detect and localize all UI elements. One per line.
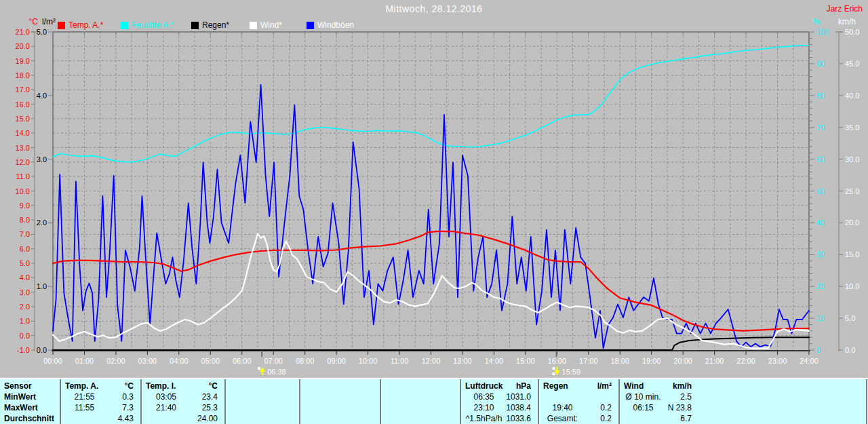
table-cell-value: N 23.8 [624, 402, 692, 413]
temp-tick-label: 15.0 [16, 115, 30, 123]
table-column-divider [538, 379, 539, 424]
table-row-label: MaxWert [4, 402, 38, 413]
temp-tick-label: 12.0 [16, 158, 30, 166]
temp-tick-label: 9.0 [20, 201, 30, 210]
table-section-unit: km/h [624, 381, 692, 391]
marker-time-label: 06:38 [267, 368, 286, 376]
series-feuchte-a--line [53, 45, 809, 162]
temp-tick-label: 6.0 [20, 245, 30, 253]
table-cell-value: 6.7 [624, 413, 692, 424]
temp-tick-label: 7.0 [20, 230, 30, 238]
x-tick-label: 10:00 [359, 357, 378, 365]
temp-tick-label: 14.0 [16, 129, 30, 137]
temp-tick-label: 3.0 [20, 288, 30, 296]
x-tick-label: 09:00 [327, 357, 346, 365]
table-cell-value: 0.2 [543, 402, 612, 413]
x-tick-label: 08:00 [296, 357, 315, 365]
humidity-tick-label: 0 [816, 346, 821, 354]
arrow-head-down [555, 370, 560, 375]
wind-tick-label: 5.0 [845, 314, 855, 322]
temp-tick-label: 13.0 [16, 144, 30, 152]
temp-tick-label: 19.0 [16, 57, 30, 65]
humidity-tick-label: 80 [816, 92, 825, 100]
table-cell-value: 25.3 [146, 402, 218, 413]
x-tick-label: 00:00 [43, 357, 62, 365]
rain-tick-label: 1.0 [37, 282, 47, 290]
marker-dot [552, 372, 555, 375]
marker-dot [258, 367, 260, 370]
temp-tick-label: 2.0 [20, 303, 30, 311]
wind-tick-label: 15.0 [845, 250, 859, 258]
table-row-label: Sensor [4, 381, 32, 391]
x-tick-label: 06:00 [233, 357, 252, 365]
x-axis-labels: 00:0001:0002:0003:0004:0005:0006:0007:00… [43, 357, 818, 365]
table-column-divider [60, 379, 61, 424]
table-cell-value: 0.3 [65, 391, 134, 402]
wind-tick-label: 20.0 [845, 218, 859, 227]
temp-tick-label: 21.0 [16, 28, 30, 36]
marker-dot [552, 367, 555, 370]
x-tick-label: 02:00 [106, 357, 125, 365]
temp-tick-label: 10.0 [16, 187, 30, 195]
x-tick-label: 04:00 [170, 357, 189, 365]
x-tick-label: 05:00 [201, 357, 220, 365]
table-section-unit: hPa [465, 381, 531, 391]
table-cell-value: 1031.0 [465, 391, 531, 402]
rain-axis: 0.01.02.03.04.05.0 [37, 28, 53, 354]
table-row-label: Durchschnitt [4, 413, 54, 424]
x-tick-label: 13:00 [453, 357, 472, 365]
table-section-unit: °C [65, 381, 134, 391]
table-row-label: MinWert [4, 391, 36, 402]
temp-tick-label: 4.0 [20, 273, 30, 282]
table-section-unit: l/m² [543, 381, 612, 391]
temp-tick-label: 16.0 [16, 100, 30, 109]
sunrise-icon [258, 367, 265, 375]
temp-tick-label: 17.0 [16, 85, 30, 94]
wind-tick-label: 0.0 [845, 346, 855, 354]
temp-axis: -1.00.01.02.03.04.05.06.07.08.09.010.011… [16, 28, 39, 354]
wind-tick-label: 40.0 [845, 92, 859, 100]
table-column-divider [460, 379, 461, 424]
wind-tick-label: 30.0 [845, 155, 859, 163]
temp-tick-label: 18.0 [16, 71, 30, 79]
humidity-tick-label: 50 [816, 187, 825, 195]
weather-station-window: Mittwoch, 28.12.2016 Jarz Erich °C l/m² … [0, 0, 868, 424]
wind-axis: 0.05.010.015.020.025.030.035.040.045.050… [835, 28, 859, 354]
sunset-icon [552, 367, 559, 375]
x-tick-label: 19:00 [642, 357, 661, 365]
x-tick-label: 17:00 [579, 357, 598, 365]
x-tick-label: 21:00 [705, 357, 724, 365]
wind-tick-label: 45.0 [845, 60, 859, 68]
temp-tick-label: 0.0 [20, 332, 30, 340]
table-cell-value: 24.00 [146, 413, 218, 424]
marker-time-label: 15:59 [562, 368, 581, 376]
gridlines [53, 32, 809, 350]
x-tick-label: 18:00 [610, 357, 629, 365]
wind-tick-label: 25.0 [845, 187, 859, 195]
x-tick-label: 14:00 [485, 357, 504, 365]
humidity-tick-label: 70 [816, 123, 825, 132]
x-tick-label: 07:00 [264, 357, 283, 365]
table-section-unit: °C [146, 381, 218, 391]
humidity-tick-label: 60 [816, 155, 825, 163]
table-cell-value: 1038.4 [465, 402, 531, 413]
x-tick-label: 24:00 [800, 357, 818, 365]
humidity-axis: 0102030405060708090100 [810, 28, 829, 354]
temp-tick-label: 5.0 [20, 259, 30, 267]
table-column-divider [140, 379, 142, 424]
series-group [53, 45, 809, 350]
wind-tick-label: 35.0 [845, 123, 859, 132]
table-column-divider [380, 379, 381, 424]
x-tick-label: 15:00 [516, 357, 535, 365]
x-tick-label: 22:00 [736, 357, 755, 365]
humidity-tick-label: 40 [816, 218, 825, 227]
x-tick-label: 01:00 [75, 357, 94, 365]
humidity-tick-label: 100 [816, 28, 829, 36]
table-cell-value: 4.43 [65, 413, 134, 424]
table-cell-value: 1033.6 [465, 413, 531, 424]
rain-tick-label: 5.0 [37, 28, 47, 36]
series-regen-line [53, 337, 809, 350]
table-right-border [866, 379, 867, 424]
x-tick-label: 03:00 [138, 357, 157, 365]
humidity-tick-label: 30 [816, 250, 825, 258]
